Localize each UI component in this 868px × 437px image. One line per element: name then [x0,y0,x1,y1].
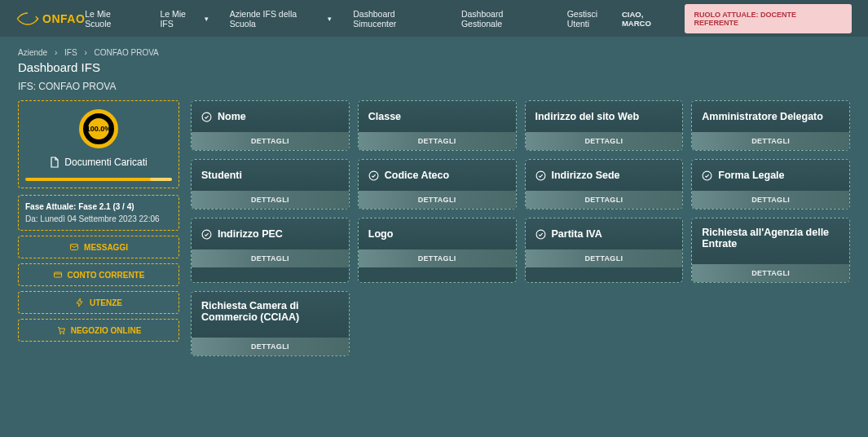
phase-current: Fase Attuale: Fase 2.1 (3 / 4) [25,201,172,213]
dettagli-button[interactable]: DETTAGLI [192,132,349,150]
check-circle-icon [201,112,212,122]
card-title: Indirizzo del sito Web [535,111,640,122]
progress-gauge: 100.0% [79,109,118,148]
info-card: Indirizzo del sito WebDETTAGLI [525,100,684,151]
info-card: Richiesta Camera di Commercio (CCIAA)DET… [191,291,350,356]
nav-gestisci-utenti[interactable]: Gestisci Utenti [567,9,622,29]
main-content: 100.0% Documenti Caricati Fase Attuale: … [0,100,868,356]
svg-rect-1 [54,272,61,277]
sidebar-utenze-button[interactable]: UTENZE [18,291,179,314]
card-header: Nome [192,101,349,132]
dettagli-button[interactable]: DETTAGLI [692,191,849,209]
info-card: LogoDETTAGLI [358,218,517,283]
dettagli-button[interactable]: DETTAGLI [692,264,849,282]
dettagli-button[interactable]: DETTAGLI [526,191,683,209]
card-title: Forma Legale [718,170,784,181]
card-header: Amministratore Delegato [692,101,849,132]
check-circle-icon [702,170,712,181]
check-circle-icon [535,229,546,240]
dettagli-button[interactable]: DETTAGLI [192,191,349,209]
card-header: Forma Legale [692,160,849,191]
info-card: Codice AtecoDETTAGLI [358,159,517,210]
progress-bar [25,178,172,181]
sidebar-negozio-online-button[interactable]: NEGOZIO ONLINE [18,319,179,342]
chevron-right-icon: › [55,48,57,57]
card-header: Studenti [192,160,349,191]
svg-point-9 [536,230,545,239]
role-badge[interactable]: RUOLO ATTUALE: DOCENTE REFERENTE [685,4,853,33]
crumb-ifs[interactable]: IFS [64,48,77,57]
page-subtitle: IFS: CONFAO PROVA [0,81,868,100]
nav-aziende-ifs[interactable]: Aziende IFS della Scuola▾ [230,9,332,29]
sidebar-conto-corrente-button[interactable]: CONTO CORRENTE [18,263,179,286]
dettagli-button[interactable]: DETTAGLI [359,132,516,150]
svg-point-5 [369,171,378,180]
card-title: Studenti [201,170,242,181]
crumb-current: CONFAO PROVA [95,48,159,57]
chevron-right-icon: › [84,48,86,57]
bolt-icon [75,298,85,307]
dettagli-button[interactable]: DETTAGLI [526,249,683,267]
info-card: NomeDETTAGLI [191,100,350,151]
card-header: Indirizzo Sede [526,160,683,191]
logo-swoosh-icon [16,11,39,26]
dettagli-button[interactable]: DETTAGLI [359,191,516,209]
card-header: Richiesta all'Agenzia delle Entrate [692,218,849,264]
card-grid: NomeDETTAGLIClasseDETTAGLIIndirizzo del … [191,100,850,356]
logo-text: ONFAO [42,12,85,25]
card-title: Indirizzo PEC [218,228,283,240]
dettagli-button[interactable]: DETTAGLI [692,132,849,150]
info-card: Indirizzo PECDETTAGLI [191,218,350,283]
mail-icon [69,242,79,252]
svg-point-3 [63,333,64,334]
sidebar-messaggi-button[interactable]: MESSAGGI [18,236,179,258]
documents-label: Documenti Caricati [64,157,147,168]
card-title: Partita IVA [552,228,602,240]
logo[interactable]: ONFAO [16,11,85,26]
svg-point-7 [703,171,712,180]
info-card: Indirizzo SedeDETTAGLI [525,159,684,210]
dettagli-button[interactable]: DETTAGLI [192,338,349,355]
dettagli-button[interactable]: DETTAGLI [526,132,683,150]
card-header: Codice Ateco [359,160,516,191]
nav-le-mie-scuole[interactable]: Le Mie Scuole [85,9,139,29]
bank-card-icon [53,270,63,280]
phase-panel: Fase Attuale: Fase 2.1 (3 / 4) Da: Luned… [18,195,179,231]
page-title: Dashboard IFS [0,60,868,81]
nav-dashboard-gestionale[interactable]: Dashboard Gestionale [461,9,546,29]
check-circle-icon [368,170,379,181]
card-title: Richiesta Camera di Commercio (CCIAA) [201,300,339,323]
card-title: Indirizzo Sede [552,170,620,181]
phase-since: Da: Lunedì 04 Settembre 2023 22:06 [25,213,172,225]
svg-point-2 [59,333,61,334]
card-title: Classe [368,111,401,122]
card-title: Codice Ateco [385,170,449,181]
dettagli-button[interactable]: DETTAGLI [359,249,516,267]
sidebar: 100.0% Documenti Caricati Fase Attuale: … [18,100,179,356]
chevron-down-icon: ▾ [205,15,209,23]
dettagli-button[interactable]: DETTAGLI [192,249,349,267]
top-bar: ONFAO Le Mie Scuole Le Mie IFS▾ Aziende … [0,0,868,37]
svg-point-6 [536,171,545,180]
card-title: Amministratore Delegato [702,111,823,122]
card-header: Indirizzo del sito Web [526,101,683,132]
document-icon [50,157,59,168]
card-header: Partita IVA [526,218,683,249]
info-card: StudentiDETTAGLI [191,159,350,210]
info-card: Amministratore DelegatoDETTAGLI [691,100,850,151]
nav-le-mie-ifs[interactable]: Le Mie IFS▾ [160,9,208,29]
greeting: CIAO, MARCO [622,10,675,28]
card-header: Classe [359,101,516,132]
crumb-aziende[interactable]: Aziende [18,48,47,57]
card-header: Logo [359,218,516,249]
info-card: Richiesta all'Agenzia delle EntrateDETTA… [691,218,850,283]
info-card: Forma LegaleDETTAGLI [691,159,850,210]
check-circle-icon [535,170,546,181]
info-card: ClasseDETTAGLI [358,100,517,151]
svg-point-8 [202,230,211,239]
nav-dashboard-simucenter[interactable]: Dashboard Simucenter [353,9,440,29]
card-header: Richiesta Camera di Commercio (CCIAA) [192,292,349,338]
chevron-down-icon: ▾ [328,15,332,23]
card-header: Indirizzo PEC [192,218,349,249]
cart-icon [56,325,66,335]
